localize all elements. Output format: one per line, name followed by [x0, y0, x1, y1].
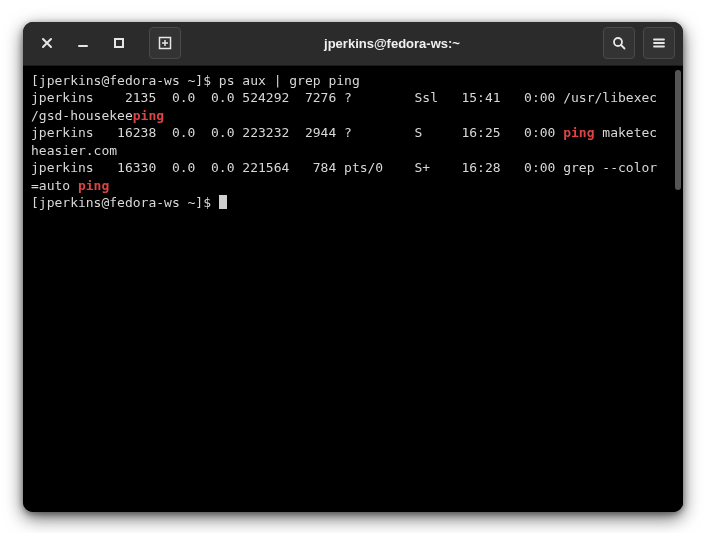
titlebar: jperkins@fedora-ws:~	[23, 22, 683, 66]
window-title: jperkins@fedora-ws:~	[185, 36, 599, 51]
maximize-button[interactable]	[103, 27, 135, 59]
terminal-output[interactable]: [jperkins@fedora-ws ~]$ ps aux | grep pi…	[23, 66, 673, 512]
close-button[interactable]	[31, 27, 63, 59]
scrollbar[interactable]	[673, 66, 683, 512]
new-tab-button[interactable]	[149, 27, 181, 59]
prompt-line: [jperkins@fedora-ws ~]$	[31, 194, 665, 212]
svg-rect-0	[115, 39, 123, 47]
process-row: jperkins 16330 0.0 0.0 221564 784 pts/0 …	[31, 159, 665, 177]
process-row: jperkins 2135 0.0 0.0 524292 7276 ? Ssl …	[31, 89, 665, 107]
terminal-content-area: [jperkins@fedora-ws ~]$ ps aux | grep pi…	[23, 66, 683, 512]
minimize-button[interactable]	[67, 27, 99, 59]
process-row: jperkins 16238 0.0 0.0 223232 2944 ? S 1…	[31, 124, 665, 142]
prompt-line: [jperkins@fedora-ws ~]$ ps aux | grep pi…	[31, 72, 665, 90]
menu-button[interactable]	[643, 27, 675, 59]
terminal-window: jperkins@fedora-ws:~ [jperkins@fedora-ws…	[23, 22, 683, 512]
search-button[interactable]	[603, 27, 635, 59]
process-row-wrap: heasier.com	[31, 142, 665, 160]
process-row-wrap: =auto ping	[31, 177, 665, 195]
process-row-wrap: /gsd-housekeeping	[31, 107, 665, 125]
scrollbar-thumb[interactable]	[675, 70, 681, 190]
cursor	[219, 195, 227, 209]
